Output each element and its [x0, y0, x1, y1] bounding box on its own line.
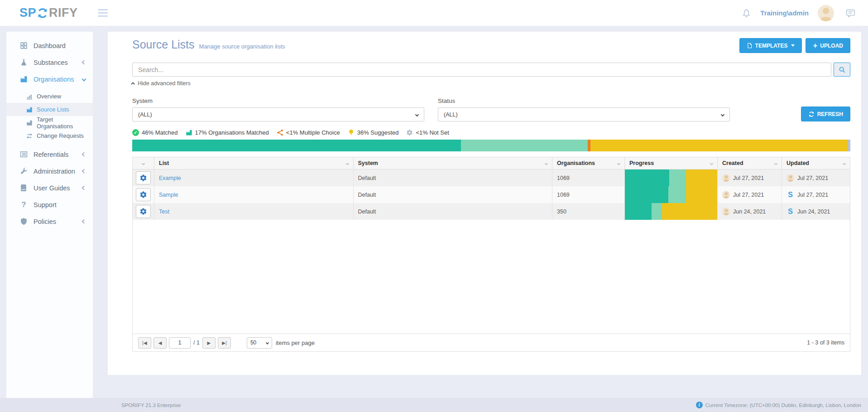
sidebar-item-label: Administration: [34, 168, 75, 175]
chevron-left-icon: [82, 219, 86, 224]
column-header-created[interactable]: Created: [718, 157, 782, 169]
system-value: Default: [358, 175, 376, 181]
column-menu-icon[interactable]: [774, 161, 777, 165]
column-menu-icon[interactable]: [345, 161, 349, 165]
chevron-left-icon: [82, 169, 86, 174]
question-mark-icon: ?: [20, 200, 28, 209]
progress-segment-organisations-matched: [668, 186, 686, 203]
hide-advanced-filters-toggle[interactable]: Hide advanced filters: [132, 80, 191, 87]
previous-page-button[interactable]: ◀: [153, 337, 167, 349]
dashboard-grid-icon: [20, 42, 28, 49]
legend-organisations-matched: 17% Organisations Matched: [186, 129, 269, 136]
sidebar-item-label: Policies: [34, 218, 56, 225]
chevron-down-icon: [266, 341, 269, 344]
progress-segment-matched: [625, 203, 652, 220]
column-header-actions[interactable]: [133, 157, 154, 169]
chevron-left-icon: [82, 60, 86, 65]
hamburger-menu-icon[interactable]: [98, 9, 108, 17]
created-date: Jun 24, 2021: [733, 208, 766, 215]
column-header-list[interactable]: List: [154, 157, 354, 169]
sidebar-item-label: Overview: [37, 93, 61, 100]
next-page-button[interactable]: ▶: [202, 337, 216, 349]
sidebar-item-label: Dashboard: [34, 42, 66, 49]
list-icon: [20, 150, 28, 158]
system-filter-select[interactable]: (ALL): [132, 107, 424, 121]
notifications-bell-icon[interactable]: [742, 8, 751, 18]
list-link[interactable]: Example: [159, 175, 181, 181]
column-menu-icon[interactable]: [545, 161, 548, 165]
updated-date: Jul 27, 2021: [797, 175, 828, 181]
avatar-icon: [786, 174, 794, 182]
first-page-button[interactable]: |◀: [138, 337, 151, 349]
pagination-bar: |◀ ◀ / 1 ▶ ▶| 50 items per page 1 - 3 of…: [133, 334, 850, 351]
sidebar-item-substances[interactable]: Substances: [6, 54, 93, 71]
chevron-down-icon: [82, 77, 86, 82]
status-filter-select[interactable]: (ALL): [438, 107, 730, 121]
column-header-updated[interactable]: Updated: [782, 157, 850, 169]
column-header-organisations[interactable]: Organisations: [552, 157, 625, 169]
sidebar-item-referentials[interactable]: Referentials: [6, 146, 93, 163]
updated-date: Jun 24, 2021: [797, 208, 830, 215]
summary-progress-bar: [132, 140, 850, 151]
lightbulb-icon: [348, 129, 355, 136]
templates-button[interactable]: TEMPLATES: [739, 38, 802, 53]
sidebar-item-source-lists[interactable]: Source Lists: [6, 103, 93, 116]
sidebar-item-user-guides[interactable]: User Guides: [6, 179, 93, 196]
share-icon: [277, 129, 283, 136]
sidebar-item-label: Support: [34, 201, 57, 208]
row-settings-button[interactable]: [136, 188, 151, 201]
list-link[interactable]: Sample: [159, 192, 178, 198]
column-menu-icon[interactable]: [142, 161, 145, 165]
search-button[interactable]: [834, 63, 850, 77]
logo-text-right: RIFY: [49, 6, 78, 20]
sidebar-item-administration[interactable]: Administration: [6, 163, 93, 179]
logo-text-left: SP: [19, 6, 36, 20]
upload-button[interactable]: + UPLOAD: [806, 38, 850, 53]
page-count-label: / 1: [193, 339, 200, 346]
page-subtitle: Manage source organisation lists: [199, 43, 285, 50]
sidebar-item-dashboard[interactable]: Dashboard: [6, 37, 93, 54]
status-filter-label: Status: [438, 97, 730, 104]
row-settings-button[interactable]: [136, 171, 151, 184]
refresh-button[interactable]: REFRESH: [801, 107, 850, 121]
sidebar-item-change-requests[interactable]: Change Requests: [6, 129, 93, 142]
column-menu-icon[interactable]: [843, 161, 846, 165]
created-date: Jul 27, 2021: [733, 175, 764, 181]
list-link[interactable]: Test: [159, 208, 169, 215]
sidebar-item-overview[interactable]: Overview: [6, 90, 93, 103]
sidebar-item-support[interactable]: ? Support: [6, 196, 93, 213]
sync-icon: [37, 7, 48, 19]
search-input[interactable]: [132, 63, 831, 77]
progress-segment-matched: [625, 186, 668, 203]
sidebar-item-policies[interactable]: Policies: [6, 213, 93, 230]
sporify-icon: S: [786, 191, 794, 199]
source-lists-table: List System Organisations Progress Creat…: [132, 157, 850, 352]
system-filter-label: System: [132, 97, 424, 104]
shield-icon: [20, 218, 28, 225]
column-menu-icon[interactable]: [617, 161, 620, 165]
chat-icon[interactable]: [846, 8, 855, 18]
factory-icon: [20, 75, 28, 83]
column-header-progress[interactable]: Progress: [625, 157, 718, 169]
legend-multiple-choice: <1% Multiple Choice: [277, 129, 340, 136]
user-avatar[interactable]: [818, 5, 834, 21]
sidebar-item-label: Target Organisations: [37, 116, 86, 130]
column-menu-icon[interactable]: [710, 161, 713, 165]
page-size-select[interactable]: 50: [247, 337, 272, 349]
row-settings-button[interactable]: [136, 205, 151, 218]
sidebar-item-label: Source Lists: [37, 106, 69, 113]
user-menu[interactable]: Training\admin: [760, 9, 809, 17]
avatar-icon: [722, 174, 730, 182]
last-page-button[interactable]: ▶|: [218, 337, 231, 349]
page-number-input[interactable]: [169, 337, 191, 349]
sidebar-item-target-organisations[interactable]: Target Organisations: [6, 116, 93, 129]
column-header-system[interactable]: System: [354, 157, 553, 169]
sidebar-item-organisations[interactable]: Organisations: [6, 71, 93, 87]
gear-icon: [139, 174, 147, 182]
sporify-logo[interactable]: SP RIFY: [19, 6, 78, 20]
system-value: Default: [358, 192, 376, 198]
footer: SPORIFY 21.3 Enterprise i Current Timezo…: [0, 398, 868, 412]
table-row: Example Default 1069 Jul 27, 2021 Jul 27…: [133, 170, 850, 186]
chevron-down-icon: [721, 112, 724, 116]
sidebar-item-label: Referentials: [34, 151, 68, 158]
